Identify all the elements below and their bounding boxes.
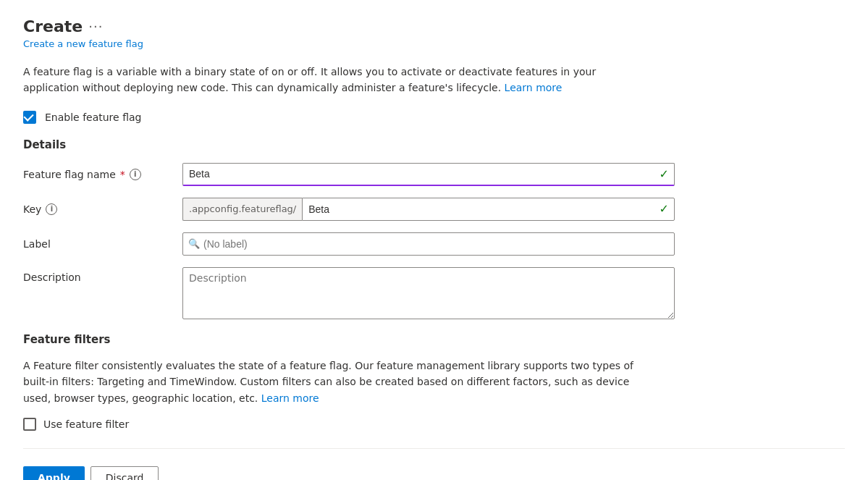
description-label: Description: [23, 267, 182, 283]
apply-button[interactable]: Apply: [23, 466, 85, 480]
feature-filters-description: A Feature filter consistently evaluates …: [23, 358, 646, 406]
key-prefix: .appconfig.featureflag/: [182, 198, 302, 221]
description-label-text: Description: [23, 271, 81, 283]
key-check-icon: ✓: [660, 202, 669, 216]
description-textarea[interactable]: [182, 267, 675, 319]
key-row: Key i .appconfig.featureflag/ ✓: [23, 198, 675, 221]
key-input-container: .appconfig.featureflag/ ✓: [182, 198, 675, 221]
feature-filters-learn-more-link[interactable]: Learn more: [261, 392, 319, 404]
discard-button[interactable]: Discard: [90, 466, 159, 480]
page-title: Create: [23, 17, 83, 35]
feature-flag-name-input-container: ✓: [182, 163, 675, 186]
required-star: *: [120, 169, 125, 180]
feature-flag-name-field: ✓: [182, 163, 675, 186]
feature-filters-section: Feature filters A Feature filter consist…: [23, 333, 845, 431]
key-label: Key i: [23, 203, 182, 215]
enable-feature-flag-checkbox[interactable]: [23, 111, 36, 124]
label-field-label: Label: [23, 238, 182, 250]
page-subtitle[interactable]: Create a new feature flag: [23, 38, 845, 49]
feature-flag-name-input[interactable]: [182, 163, 675, 186]
label-field-label-text: Label: [23, 238, 51, 250]
feature-flag-name-label-text: Feature flag name: [23, 169, 116, 180]
key-label-text: Key: [23, 203, 41, 215]
enable-feature-flag-label: Enable feature flag: [45, 111, 141, 123]
action-divider: [23, 448, 845, 449]
use-feature-filter-row: Use feature filter: [23, 418, 845, 431]
details-section-title: Details: [23, 138, 845, 151]
action-bar: Apply Discard: [23, 460, 845, 480]
more-options-icon[interactable]: ···: [88, 19, 103, 34]
description-field: [182, 267, 675, 321]
use-feature-filter-checkbox[interactable]: [23, 418, 36, 431]
key-input[interactable]: [302, 198, 675, 221]
description-row: Description: [23, 267, 675, 321]
page-header: Create ···: [23, 17, 845, 35]
feature-flag-name-info-icon[interactable]: i: [130, 169, 141, 180]
use-feature-filter-label: Use feature filter: [43, 418, 129, 430]
page-description: A feature flag is a variable with a bina…: [23, 64, 646, 96]
label-input[interactable]: [182, 232, 675, 256]
label-search-icon: 🔍: [188, 238, 200, 249]
feature-flag-name-row: Feature flag name * i ✓: [23, 163, 675, 186]
feature-filters-title: Feature filters: [23, 333, 845, 346]
key-field: .appconfig.featureflag/ ✓: [182, 198, 675, 221]
enable-feature-flag-row: Enable feature flag: [23, 111, 845, 124]
label-field: 🔍: [182, 232, 675, 256]
label-row: Label 🔍: [23, 232, 675, 256]
key-info-icon[interactable]: i: [46, 203, 57, 215]
details-section: Details Feature flag name * i ✓ Key i .a…: [23, 138, 845, 321]
feature-flag-name-check-icon: ✓: [660, 167, 669, 181]
feature-flag-name-label: Feature flag name * i: [23, 169, 182, 180]
feature-filters-description-text: A Feature filter consistently evaluates …: [23, 360, 633, 404]
description-learn-more-link[interactable]: Learn more: [505, 82, 562, 93]
